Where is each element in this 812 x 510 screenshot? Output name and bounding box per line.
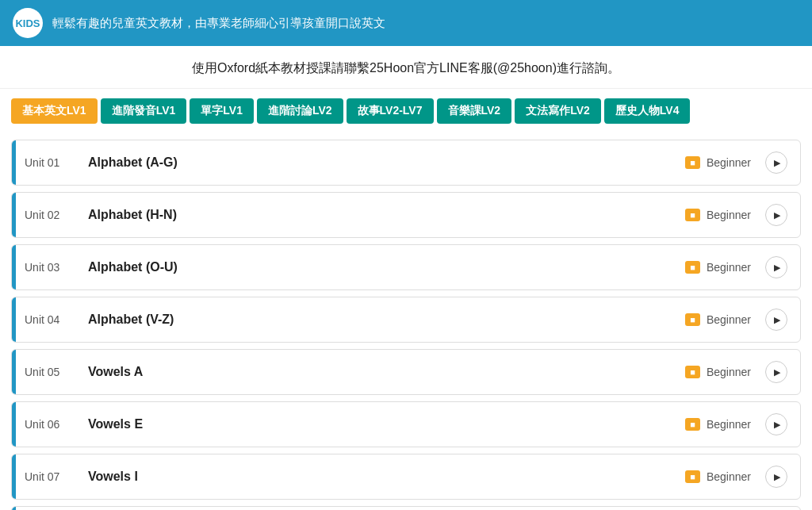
- level-text: Beginner: [707, 156, 751, 169]
- unit-label: Unit 07: [25, 470, 88, 483]
- unit-row: Unit 07Vowels I■Beginner: [11, 454, 801, 500]
- play-button[interactable]: [765, 466, 787, 488]
- unit-meta: ■Beginner: [685, 151, 787, 174]
- unit-row: Unit 05Vowels A■Beginner: [11, 349, 801, 395]
- unit-meta: ■Beginner: [685, 413, 787, 435]
- play-button[interactable]: [765, 413, 787, 435]
- unit-meta: ■Beginner: [685, 309, 787, 331]
- level-badge: ■: [685, 418, 700, 431]
- unit-meta: ■Beginner: [685, 361, 787, 383]
- level-text: Beginner: [707, 366, 751, 378]
- unit-list: Unit 01Alphabet (A-G)■BeginnerUnit 02Alp…: [0, 133, 812, 510]
- unit-label: Unit 04: [25, 313, 88, 326]
- level-text: Beginner: [707, 209, 751, 221]
- level-badge: ■: [685, 470, 700, 483]
- level-text: Beginner: [707, 470, 751, 483]
- unit-label: Unit 03: [25, 261, 88, 274]
- unit-title: Alphabet (V-Z): [88, 313, 685, 327]
- unit-row: Unit 01Alphabet (A-G)■Beginner: [11, 140, 801, 186]
- level-badge: ■: [685, 261, 700, 274]
- unit-title: Vowels A: [88, 365, 685, 379]
- unit-row: Unit 03Alphabet (O-U)■Beginner: [11, 244, 801, 290]
- level-badge: ■: [685, 156, 700, 169]
- unit-label: Unit 06: [25, 418, 88, 431]
- category-tabs: 基本英文LV1進階發音LV1單字LV1進階討論LV2故事LV2-LV7音樂課LV…: [0, 89, 812, 133]
- tab-discuss[interactable]: 進階討論LV2: [257, 98, 343, 124]
- play-button[interactable]: [765, 151, 787, 174]
- unit-meta: ■Beginner: [685, 256, 787, 278]
- unit-row: Unit 02Alphabet (H-N)■Beginner: [11, 192, 801, 238]
- unit-row: Unit 08Vowels O■Beginner: [11, 506, 801, 510]
- play-button[interactable]: [765, 204, 787, 226]
- unit-title: Alphabet (O-U): [88, 260, 685, 274]
- notice-text: 使用Oxford紙本教材授課請聯繫25Hoon官方LINE客服(@25hoon)…: [0, 46, 812, 89]
- tab-music[interactable]: 音樂課LV2: [437, 98, 512, 124]
- unit-meta: ■Beginner: [685, 204, 787, 226]
- unit-meta: ■Beginner: [685, 466, 787, 488]
- unit-label: Unit 05: [25, 366, 88, 378]
- unit-label: Unit 01: [25, 156, 88, 169]
- kids-badge: KIDS: [13, 8, 43, 38]
- unit-title: Vowels I: [88, 470, 685, 484]
- tab-grammar[interactable]: 文法寫作LV2: [515, 98, 601, 124]
- play-button[interactable]: [765, 256, 787, 278]
- tab-basic[interactable]: 基本英文LV1: [11, 98, 98, 124]
- level-badge: ■: [685, 313, 700, 326]
- tab-history[interactable]: 歷史人物LV4: [604, 98, 691, 124]
- unit-row: Unit 06Vowels E■Beginner: [11, 401, 801, 447]
- unit-row: Unit 04Alphabet (V-Z)■Beginner: [11, 297, 801, 343]
- header-tagline: 輕鬆有趣的兒童英文教材，由專業老師細心引導孩童開口說英文: [52, 16, 385, 31]
- level-text: Beginner: [707, 418, 751, 431]
- unit-title: Vowels E: [88, 417, 685, 431]
- play-button[interactable]: [765, 309, 787, 331]
- unit-label: Unit 02: [25, 209, 88, 221]
- header: KIDS 輕鬆有趣的兒童英文教材，由專業老師細心引導孩童開口說英文: [0, 0, 812, 46]
- unit-title: Alphabet (A-G): [88, 155, 685, 170]
- level-text: Beginner: [707, 261, 751, 274]
- unit-title: Alphabet (H-N): [88, 208, 685, 222]
- play-button[interactable]: [765, 361, 787, 383]
- level-badge: ■: [685, 366, 700, 378]
- tab-vocab[interactable]: 單字LV1: [190, 98, 254, 124]
- tab-story[interactable]: 故事LV2-LV7: [347, 98, 434, 124]
- level-text: Beginner: [707, 313, 751, 326]
- level-badge: ■: [685, 209, 700, 221]
- tab-phonics[interactable]: 進階發音LV1: [101, 98, 187, 124]
